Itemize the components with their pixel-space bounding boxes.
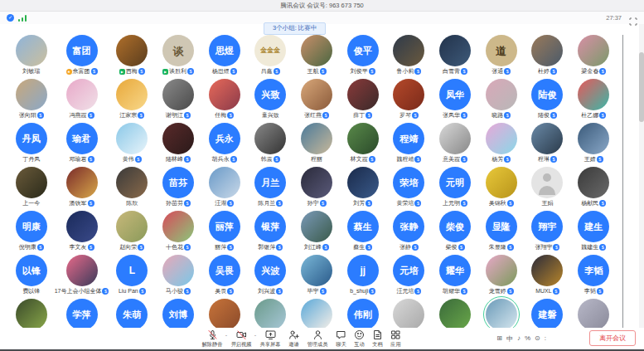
participant-tile[interactable]: 17号上会小组全体$ <box>55 255 109 299</box>
participant-tile[interactable]: 晓路$ <box>478 79 525 123</box>
participant-tile[interactable]: 蔡生蔡生$ <box>340 211 386 255</box>
participant-tile[interactable]: 刘江峰$ <box>293 211 340 255</box>
participant-tile[interactable]: 丽萍丽萍$ <box>201 211 248 255</box>
participant-tile[interactable]: 谢明江$ <box>155 79 201 123</box>
participant-tile[interactable]: 上一今 <box>8 167 55 211</box>
participant-tile[interactable]: 显隆朱显隆$ <box>478 211 525 255</box>
participant-tile[interactable]: 意美霞$ <box>432 123 478 167</box>
participant-tile[interactable]: 黄伟$ <box>109 123 155 167</box>
participant-tile[interactable]: 建生魏建生$ <box>570 211 617 255</box>
participant-tile[interactable]: 鲁小莉$ <box>386 35 433 79</box>
tray-icon[interactable]: ⊙ <box>535 334 540 344</box>
participant-tile[interactable]: 兴波刘兴波$ <box>248 255 294 299</box>
scrollbar-track[interactable] <box>639 24 644 329</box>
participant-tile[interactable]: 林文霞$ <box>340 123 386 167</box>
participant-tile[interactable]: 汪湖$ <box>201 167 248 211</box>
tray-icon[interactable]: % <box>525 334 530 344</box>
participant-tile[interactable]: 程丽 <box>293 123 340 167</box>
participant-tile[interactable]: 马小骏$ <box>155 255 201 299</box>
participant-tile[interactable]: 耀华胡耀华$ <box>432 255 478 299</box>
tray-icon[interactable]: ⊞ <box>496 334 502 344</box>
participant-tile[interactable]: 吴锦秋$ <box>478 167 525 211</box>
participant-tile[interactable]: 陈欣 <box>109 167 155 211</box>
participant-tile[interactable]: 毕宇$ <box>293 255 340 299</box>
participant-tile[interactable]: 以锋费以锋 <box>8 255 55 299</box>
participant-tile[interactable]: 张红燕$ <box>293 79 340 123</box>
participant-tile[interactable]: 程琳$ <box>525 123 571 167</box>
participant-tile[interactable]: 冯燕霞$ <box>55 79 109 123</box>
participant-tile[interactable]: ▶西梅$ <box>109 35 155 79</box>
participant-tile[interactable]: 梁金春$ <box>570 35 617 79</box>
participant-tile[interactable]: 张静张静$ <box>386 211 433 255</box>
participant-tile[interactable]: 月兰陈月兰$ <box>248 167 294 211</box>
participant-tile[interactable]: 杜婷$ <box>525 35 571 79</box>
participant-tile[interactable]: 孙宁$ <box>293 167 340 211</box>
security-shield-icon[interactable]: ✓ <box>7 14 14 22</box>
participant-tile[interactable]: 薛丁$ <box>340 79 386 123</box>
scrollbar-thumb[interactable] <box>639 52 644 122</box>
participant-tile[interactable]: 刘敏瑞 <box>8 35 55 79</box>
toolbar-screen-share-button[interactable]: 共享屏幕 <box>259 329 281 349</box>
participant-tile[interactable]: 谈▶谈胜利$ <box>155 35 201 79</box>
participant-tile[interactable]: 程靖魏程靖$ <box>386 123 433 167</box>
toolbar-mic-off-button[interactable]: ˬ解除静音 <box>201 329 223 349</box>
participant-tile[interactable]: 杨献民$ <box>570 167 617 211</box>
participant-tile[interactable]: 瑜君邓瑜君$ <box>55 123 109 167</box>
participant-tile[interactable]: 罗琴$ <box>386 79 433 123</box>
participant-tile[interactable]: 韩震$ <box>248 123 294 167</box>
participant-tile[interactable]: 吴畏吴畏$ <box>201 255 248 299</box>
participant-tile[interactable]: 赵向荣$ <box>109 211 155 255</box>
participant-tile[interactable]: 陆林峰$ <box>155 123 201 167</box>
participant-tile[interactable]: 陆俊陆俊$ <box>525 79 571 123</box>
participant-tile[interactable]: 李韬李韬$ <box>570 255 617 299</box>
participant-tile[interactable]: 刘芳$ <box>340 167 386 211</box>
toolbar-react-button[interactable]: 互动 <box>354 329 365 349</box>
participant-tile[interactable]: 龙雪婷$ <box>478 255 525 299</box>
tray-icon[interactable]: : <box>545 334 546 344</box>
participant-tile[interactable]: 元培汪元培$ <box>386 255 433 299</box>
participant-tile[interactable]: 富团★佘富团$ <box>55 35 109 79</box>
participant-tile[interactable]: 杜乙娜$ <box>570 79 617 123</box>
toolbar-doc-button[interactable]: 文档 <box>372 329 383 349</box>
participant-tile[interactable]: 兴致童兴致 <box>248 79 294 123</box>
toolbar-apps-button[interactable]: 应用 <box>390 329 401 349</box>
participant-tile[interactable]: 潘铁军$ <box>55 167 109 211</box>
participant-tile[interactable]: 杨芳$ <box>478 123 525 167</box>
participant-tile[interactable]: 道张通$ <box>478 35 525 79</box>
participant-tile[interactable]: 银萍郭银萍$ <box>248 211 294 255</box>
participant-tile[interactable]: 十色花$ <box>155 211 201 255</box>
participant-tile[interactable]: 翔宇张翔宇$ <box>525 211 571 255</box>
participant-tile[interactable]: 兵永胡兵永$ <box>201 123 248 167</box>
participant-tile[interactable]: 凤华张凤华$ <box>432 79 478 123</box>
participant-tile[interactable]: 柴俊柴俊$ <box>432 211 478 255</box>
participant-tile[interactable]: MUXL$ <box>525 255 571 299</box>
participant-tile[interactable]: 荣培黄荣培$ <box>386 167 433 211</box>
chevron-up-icon[interactable]: ˬ <box>254 332 256 335</box>
system-tray-icons[interactable]: ⊞中♪%⊙: <box>496 334 546 344</box>
participant-tile[interactable]: 丹凤丁丹凤 <box>8 123 55 167</box>
toolbar-invite-button[interactable]: 邀请 <box>288 329 299 349</box>
participant-tile[interactable]: 任梅$ <box>201 79 248 123</box>
participant-tile[interactable]: 思煜杨思煜$ <box>201 35 248 79</box>
participant-tile[interactable]: 王婧$ <box>570 123 617 167</box>
participant-tile[interactable]: LLiu Pan$ <box>109 255 155 299</box>
toolbar-chat-button[interactable]: 聊天 <box>336 329 346 349</box>
participant-tile[interactable]: 金金金吕鑫$ <box>248 35 294 79</box>
exit-fullscreen-icon[interactable] <box>629 14 637 22</box>
toolbar-members-button[interactable]: 管理成员 <box>307 329 328 349</box>
participant-tile[interactable]: 李文友$ <box>55 211 109 255</box>
tray-icon[interactable]: 中 <box>506 334 513 344</box>
participant-tile[interactable]: 王航$ <box>293 35 340 79</box>
participant-tile[interactable]: 俊平刘俊平$ <box>340 35 386 79</box>
participant-tile[interactable]: 白雪青$ <box>432 35 478 79</box>
leave-meeting-button[interactable]: 离开会议 <box>589 330 636 346</box>
participant-tile[interactable]: 张向阳$ <box>8 79 55 123</box>
participant-tile[interactable]: 王娟 <box>525 167 571 211</box>
participant-tile[interactable]: 苗芬孙苗芬$ <box>155 167 201 211</box>
network-signal-icon[interactable] <box>18 15 28 22</box>
participant-tile[interactable]: 元明上元明$ <box>432 167 478 211</box>
tray-icon[interactable]: ♪ <box>517 334 521 344</box>
toolbar-camera-off-button[interactable]: ˬ开启视频 <box>230 329 252 349</box>
participant-tile[interactable]: 明康倪明康$ <box>8 211 55 255</box>
participant-tile[interactable]: jjb_shuji$ <box>340 255 386 299</box>
